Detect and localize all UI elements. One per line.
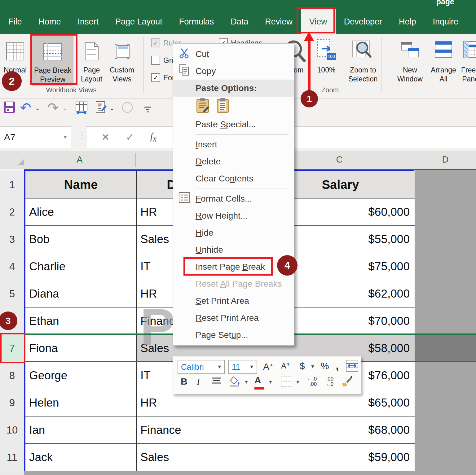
increase-font-icon[interactable]: A▲ — [263, 361, 274, 372]
menu-item-insert[interactable]: Insert — [173, 136, 294, 153]
tab-page-layout[interactable]: Page Layout — [107, 10, 171, 34]
tab-home[interactable]: Home — [30, 10, 69, 34]
row-header-bottom — [0, 471, 24, 475]
tab-formulas[interactable]: Formulas — [171, 10, 223, 34]
chevron-down-icon[interactable]: ▼ — [295, 379, 300, 385]
tab-inquire[interactable]: Inquire — [424, 10, 467, 34]
tab-help[interactable]: Help — [390, 10, 425, 34]
menu-item-cut[interactable]: Cut — [173, 46, 294, 63]
button-freeze-panes[interactable]: FreezePanes — [459, 36, 476, 85]
chevron-down-icon[interactable]: ▼ — [268, 379, 273, 385]
increase-decimal-icon[interactable]: ←.0.00 — [307, 376, 317, 387]
italic-icon[interactable]: I — [197, 376, 200, 387]
menu-item-page-setup-[interactable]: Page Setup... — [173, 326, 294, 343]
button-page-layout[interactable]: PageLayout — [79, 36, 104, 85]
paste-values-icon[interactable] — [216, 98, 230, 115]
menu-item-copy[interactable]: Copy — [173, 63, 294, 80]
select-all-corner[interactable] — [18, 159, 24, 165]
menu-item-unhide[interactable]: Unhide — [173, 241, 294, 258]
cell-A8[interactable]: George — [25, 362, 137, 389]
column-header-c[interactable]: C — [336, 155, 343, 165]
row-header-1[interactable]: 1 — [0, 171, 24, 199]
cell-C11[interactable]: $59,000 — [266, 444, 415, 471]
fill-color-icon[interactable] — [229, 376, 241, 390]
chevron-down-icon[interactable]: ▼ — [310, 364, 315, 369]
column-header-a[interactable]: A — [77, 155, 82, 165]
tab-insert[interactable]: Insert — [69, 10, 107, 34]
comma-style-icon[interactable]: , — [336, 359, 339, 372]
bold-icon[interactable]: B — [181, 376, 187, 387]
row-header-4[interactable]: 4 — [0, 253, 24, 281]
tab-file[interactable]: File — [0, 10, 30, 34]
font-size-select[interactable]: 11 ▼ — [228, 360, 257, 374]
row-header-8[interactable]: 8 — [0, 362, 24, 390]
font-name-select[interactable]: Calibri ▼ — [178, 360, 225, 374]
cell-A4[interactable]: Charlie — [25, 253, 137, 280]
insert-function-icon[interactable]: fx — [150, 130, 157, 144]
cell-A1[interactable]: Name — [25, 171, 137, 198]
font-color-icon[interactable]: A — [254, 375, 264, 396]
center-align-icon[interactable] — [211, 377, 222, 388]
row-header-2[interactable]: 2 — [0, 198, 24, 226]
format-painter-icon[interactable] — [341, 376, 353, 390]
cancel-icon[interactable]: ✕ — [101, 131, 110, 143]
row-header-9[interactable]: 9 — [0, 389, 24, 417]
save-icon[interactable] — [3, 101, 15, 116]
decrease-font-icon[interactable]: A▼ — [281, 361, 290, 370]
tab-developer[interactable]: Developer — [336, 10, 390, 34]
undo-dropdown-icon[interactable]: ⌄ — [35, 104, 40, 112]
redo-dropdown-icon[interactable]: ⌄ — [62, 104, 68, 112]
menu-item-delete[interactable]: Delete — [173, 153, 294, 170]
cell-A9[interactable]: Helen — [25, 389, 137, 416]
redo-icon[interactable]: ↷ — [47, 100, 59, 115]
undo-icon[interactable]: ↶ — [20, 100, 31, 115]
row-header-10[interactable]: 10 — [0, 416, 24, 444]
menu-item-row-height-[interactable]: Row Height... — [173, 207, 294, 224]
edit-document-icon[interactable] — [95, 101, 107, 116]
menu-item-clear-contents[interactable]: Clear Contents — [173, 170, 294, 187]
cell-A7[interactable]: Fiona — [25, 335, 137, 362]
button-arrange-all[interactable]: ArrangeAll — [429, 36, 458, 85]
circle-icon[interactable] — [121, 102, 133, 116]
cell-C10[interactable]: $68,000 — [266, 416, 415, 444]
menu-item-set-print-area[interactable]: Set Print Area — [173, 292, 294, 309]
button-custom-views[interactable]: CustomViews — [108, 36, 136, 85]
menu-item-paste-special-[interactable]: Paste Special... — [173, 116, 294, 133]
chevron-down-icon[interactable]: ▼ — [244, 379, 249, 385]
customize-qat-icon[interactable] — [143, 102, 152, 116]
merge-center-icon[interactable] — [346, 360, 359, 374]
paste-formatting-icon[interactable] — [196, 98, 210, 115]
borders-icon[interactable] — [280, 376, 292, 390]
row-header-11[interactable]: 11 — [0, 444, 24, 471]
cell-B10[interactable]: Finance — [137, 416, 266, 444]
namebox-resize-dots-icon[interactable]: ⋮ — [78, 131, 86, 140]
menu-item-format-cells-[interactable]: Format Cells... — [173, 190, 294, 207]
button-new-window[interactable]: NewWindow — [395, 36, 425, 85]
tab-data[interactable]: Data — [222, 10, 257, 34]
button-normal[interactable]: Normal — [2, 36, 29, 76]
column-header-d[interactable]: D — [442, 155, 449, 165]
button-zoom-to-selection[interactable]: Zoom toSelection — [346, 36, 380, 85]
accounting-format-icon[interactable]: $ — [300, 361, 305, 371]
cell-B11[interactable]: Sales — [137, 444, 266, 471]
cell-A5[interactable]: Diana — [25, 280, 137, 307]
outside-print-area[interactable] — [415, 170, 476, 471]
cell-A6[interactable]: Ethan — [25, 307, 137, 335]
name-box[interactable]: A7 ▾ — [0, 126, 71, 148]
cell-A3[interactable]: Bob — [25, 226, 137, 253]
button-100-[interactable]: 100100% — [314, 36, 338, 76]
column-width-icon[interactable] — [75, 101, 88, 117]
cell-A2[interactable]: Alice — [25, 198, 137, 226]
row-header-3[interactable]: 3 — [0, 226, 24, 253]
cell-A11[interactable]: Jack — [25, 444, 137, 471]
menu-item-hide[interactable]: Hide — [173, 224, 294, 241]
decrease-decimal-icon[interactable]: .00→.0 — [324, 376, 333, 387]
name-box-dropdown-icon[interactable]: ▾ — [64, 134, 67, 141]
enter-icon[interactable]: ✓ — [126, 131, 134, 143]
menu-item-reset-print-area[interactable]: Reset Print Area — [173, 309, 294, 326]
percent-style-icon[interactable]: % — [321, 361, 329, 371]
cell-A10[interactable]: Ian — [25, 416, 137, 444]
row-header-5[interactable]: 5 — [0, 280, 24, 308]
edit-dropdown-icon[interactable]: ⌄ — [109, 104, 115, 112]
tab-review[interactable]: Review — [257, 10, 301, 34]
